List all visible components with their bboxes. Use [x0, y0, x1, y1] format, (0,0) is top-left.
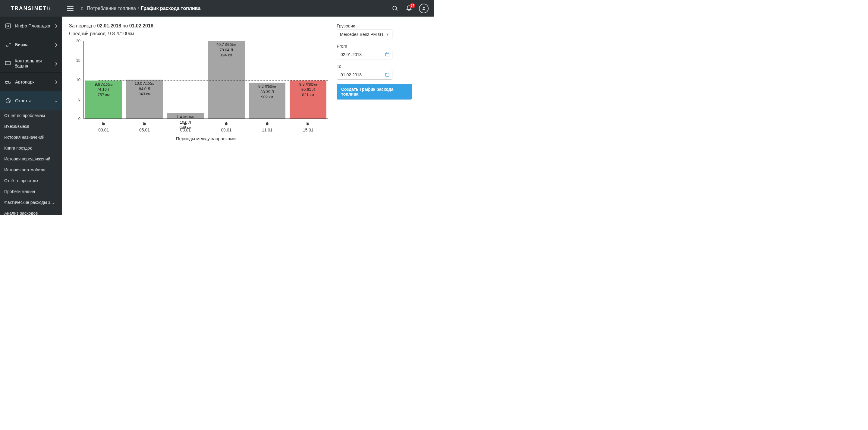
chart-x-tick: 11.01 [249, 121, 286, 133]
fuel-pump-icon [249, 121, 286, 126]
chart-bar-label: 10.0 Л/100км84.0 Л843 км [126, 81, 163, 97]
chart-average-line [98, 80, 328, 81]
fuel-pump-icon [208, 121, 245, 126]
sidebar-sub-item[interactable]: История назначений [0, 132, 62, 143]
svg-line-4 [8, 26, 9, 27]
chart-y-tick: 20 [76, 38, 81, 43]
content-area: За период с 02.01.2018 по 01.02.2018 Сре… [62, 17, 434, 215]
chevron-right-icon: ❯ [55, 80, 58, 84]
chart-x-axis-line [84, 118, 328, 119]
sidebar-item-label: Автопарк [15, 79, 34, 84]
sidebar-item-control-tower[interactable]: Контрольная башня ❯ [0, 54, 62, 73]
chart-bar-label: 9.2 Л/100км83.39 Л902 км [249, 84, 286, 100]
control-tower-icon [4, 60, 12, 67]
breadcrumb-separator-icon: / [138, 6, 139, 11]
notifications-icon[interactable]: 37 [405, 4, 413, 12]
chart-column: За период с 02.01.2018 по 01.02.2018 Сре… [69, 23, 328, 208]
menu-toggle-button[interactable] [65, 6, 76, 11]
filter-truck-label: Грузовик [337, 23, 412, 28]
sidebar-sub-item[interactable]: Анализ расходов [0, 208, 62, 215]
svg-point-6 [6, 45, 7, 46]
sidebar-item-reports[interactable]: Отчеты ⌄ [0, 91, 62, 110]
sidebar-sub-item[interactable]: Отчёт о простоях [0, 175, 62, 186]
chart-bar-label: 40.7 Л/100км79.04 Л194 км [208, 42, 245, 58]
period-line: За период с 02.01.2018 по 01.02.2018 [69, 23, 328, 29]
sidebar-sub-item[interactable]: Книга поездок [0, 143, 62, 153]
period-to-word: по [121, 23, 129, 28]
calendar-icon[interactable] [385, 72, 390, 78]
app-logo: TRANSINET// [0, 0, 62, 17]
sidebar-item-label: Инфо Площадка [15, 23, 50, 28]
filter-truck-value: Mercedes Benz PM G1 [340, 32, 384, 37]
chart-x-tick: 15.01 [290, 121, 327, 133]
breadcrumb-current: График расхода топлива [141, 6, 200, 11]
breadcrumb-parent[interactable]: Потребление топлива [87, 6, 136, 11]
svg-rect-15 [143, 125, 145, 125]
chart-x-tick: 03.01 [85, 121, 122, 133]
filter-to-input[interactable] [337, 70, 393, 80]
sidebar-sub-item[interactable]: История автомобиля [0, 164, 62, 175]
chart-y-tick: 5 [79, 97, 81, 101]
chevron-right-icon: ❯ [55, 24, 58, 28]
sidebar-item-label: Отчеты [15, 98, 31, 103]
up-level-icon[interactable]: ↥ [80, 6, 84, 11]
info-icon [4, 23, 12, 29]
svg-rect-2 [6, 24, 11, 28]
chart-x-tick: 09.01 [208, 121, 245, 133]
fleet-icon [4, 79, 12, 85]
chart-y-tick: 0 [79, 116, 81, 121]
chart-bar[interactable]: 10.0 Л/100км84.0 Л843 км [126, 80, 163, 118]
chart-bar[interactable]: 9.8 Л/100км80.61 Л821 км [290, 81, 327, 118]
filter-column: Грузовик Mercedes Benz PM G1 ▼ From To [337, 23, 412, 208]
filter-from-field[interactable] [340, 52, 389, 57]
svg-line-1 [396, 9, 397, 10]
user-avatar[interactable] [419, 4, 429, 13]
breadcrumb: ↥ Потребление топлива / График расхода т… [80, 6, 200, 11]
sidebar-sub-item[interactable]: Въезд/выезд [0, 121, 62, 132]
calendar-icon[interactable] [385, 52, 390, 58]
sidebar-item-exchange[interactable]: Биржа ❯ [0, 35, 62, 54]
reports-icon [4, 97, 12, 104]
chart-bar[interactable]: 1.4 Л/100км10.0 Л699 км [167, 113, 204, 118]
fuel-chart: 05101520 9.8 Л/100км74.16 Л757 км10.0 Л/… [69, 39, 328, 150]
filter-to-label: To [337, 64, 412, 69]
svg-point-11 [6, 83, 7, 84]
sidebar-sub-item[interactable]: Отчет по проблемам [0, 110, 62, 121]
chart-plot: 9.8 Л/100км74.16 Л757 км10.0 Л/100км84.0… [84, 41, 328, 118]
chart-bar[interactable]: 9.2 Л/100км83.39 Л902 км [249, 83, 286, 118]
sidebar: Инфо Площадка ❯ Биржа ❯ Контрольная башн… [0, 17, 62, 215]
chart-bar-label: 9.8 Л/100км74.16 Л757 км [85, 82, 122, 98]
chevron-down-icon: ⌄ [55, 98, 58, 103]
sidebar-sub-item[interactable]: История передвижений [0, 153, 62, 164]
exchange-icon [4, 41, 12, 48]
sidebar-item-fleet[interactable]: Автопарк ❯ [0, 73, 62, 91]
sidebar-item-label: Биржа [15, 42, 29, 47]
filter-truck-select[interactable]: Mercedes Benz PM G1 ▼ [337, 30, 393, 39]
logo-slashes-icon: // [47, 5, 51, 11]
chart-bar[interactable]: 9.8 Л/100км74.16 Л757 км [85, 81, 122, 118]
chevron-right-icon: ❯ [55, 42, 58, 47]
chart-bar-label: 9.8 Л/100км80.61 Л821 км [290, 82, 327, 98]
sidebar-sub-item[interactable]: Пробеги машин [0, 186, 62, 197]
fuel-pump-icon [126, 121, 163, 126]
period-from: 02.01.2018 [97, 23, 121, 28]
chart-y-tick: 15 [76, 58, 81, 62]
chart-y-tick: 10 [76, 78, 81, 82]
fuel-pump-icon [167, 121, 204, 126]
svg-rect-19 [307, 125, 309, 125]
filter-to-field[interactable] [340, 72, 389, 78]
app-header: TRANSINET// ↥ Потребление топлива / Граф… [0, 0, 434, 17]
sidebar-item-info[interactable]: Инфо Площадка ❯ [0, 17, 62, 35]
svg-point-0 [393, 6, 397, 10]
svg-rect-24 [385, 73, 389, 76]
sidebar-sub-item[interactable]: Фактические расходы з… [0, 197, 62, 208]
filter-from-input[interactable] [337, 50, 393, 59]
sidebar-item-label: Контрольная башня [15, 58, 55, 68]
generate-report-button[interactable]: Создать График расхода топлива [337, 84, 412, 99]
svg-rect-16 [184, 125, 186, 125]
svg-rect-20 [385, 53, 389, 56]
notifications-badge: 37 [410, 3, 415, 8]
search-icon[interactable] [391, 4, 399, 12]
caret-down-icon: ▼ [386, 33, 389, 36]
fuel-pump-icon [290, 121, 327, 126]
